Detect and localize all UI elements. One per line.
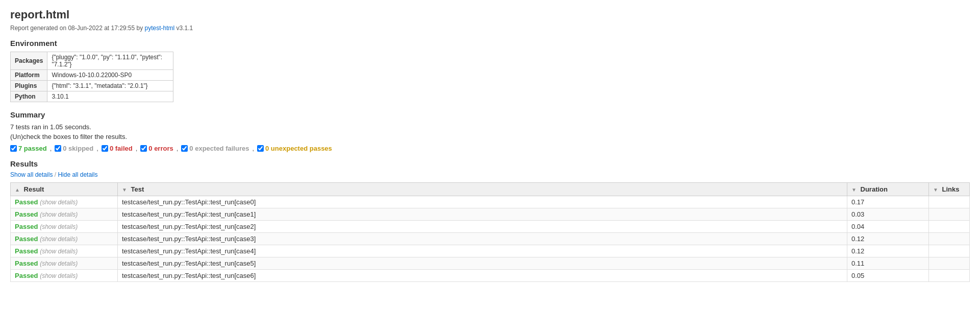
col-header-duration-label: Duration <box>861 185 888 193</box>
results-title: Results <box>10 159 970 168</box>
col-header-links-label: Links <box>942 185 960 193</box>
filter-checkbox-xfailed[interactable] <box>181 145 188 152</box>
col-header-result[interactable]: ▲ Result <box>11 183 118 196</box>
results-section: Results Show all details / Hide all deta… <box>10 159 970 282</box>
col-header-links[interactable]: ▼ Links <box>929 183 970 196</box>
duration-cell: 0.12 <box>847 245 929 257</box>
links-cell <box>929 257 970 270</box>
col-header-test-label: Test <box>131 185 144 193</box>
result-status: Passed <box>15 260 38 267</box>
filter-hint: (Un)check the boxes to filter the result… <box>10 133 970 140</box>
env-value: 3.10.1 <box>47 91 173 102</box>
env-value: {"html": "3.1.1", "metadata": "2.0.1"} <box>47 81 173 91</box>
col-header-test[interactable]: ▼ Test <box>118 183 847 196</box>
filter-comma: , <box>50 145 52 152</box>
meta-version: v3.1.1 <box>174 25 193 32</box>
show-details-link[interactable]: (show details) <box>40 199 78 206</box>
filter-item-errors: 0 errors <box>140 145 173 152</box>
env-key: Python <box>11 91 47 102</box>
test-cell: testcase/test_run.py::TestApi::test_run[… <box>118 245 847 257</box>
filter-checkbox-failed[interactable] <box>102 145 108 152</box>
meta-prefix: Report generated on <box>10 25 68 32</box>
test-cell: testcase/test_run.py::TestApi::test_run[… <box>118 257 847 270</box>
test-cell: testcase/test_run.py::TestApi::test_run[… <box>118 221 847 233</box>
filter-label-passed: 7 passed <box>18 145 47 152</box>
result-cell: Passed (show details) <box>11 208 118 221</box>
environment-title: Environment <box>10 39 970 48</box>
env-value: {"pluggy": "1.0.0", "py": "1.11.0", "pyt… <box>47 52 173 70</box>
filter-checkbox-xpassed[interactable] <box>257 145 264 152</box>
duration-cell: 0.11 <box>847 257 929 270</box>
filter-label-skipped: 0 skipped <box>63 145 93 152</box>
filter-label-xpassed: 0 unexpected passes <box>265 145 332 152</box>
test-cell: testcase/test_run.py::TestApi::test_run[… <box>118 233 847 245</box>
results-tbody: Passed (show details) testcase/test_run.… <box>11 196 970 282</box>
filter-item-xfailed: 0 expected failures <box>181 145 249 152</box>
show-details-link[interactable]: (show details) <box>40 260 78 267</box>
detail-links: Show all details / Hide all details <box>10 171 970 178</box>
show-all-details-link[interactable]: Show all details <box>10 171 53 178</box>
table-row: Passed (show details) testcase/test_run.… <box>11 221 970 233</box>
links-cell <box>929 196 970 208</box>
table-row: Passed (show details) testcase/test_run.… <box>11 233 970 245</box>
show-details-link[interactable]: (show details) <box>40 235 78 243</box>
table-row: Passed (show details) testcase/test_run.… <box>11 270 970 282</box>
sort-result-icon: ▲ <box>15 187 20 193</box>
page-title: report.html <box>10 8 970 21</box>
filter-label-failed: 0 failed <box>110 145 133 152</box>
result-status: Passed <box>15 198 38 206</box>
filter-item-xpassed: 0 unexpected passes <box>257 145 332 152</box>
filter-checkbox-errors[interactable] <box>140 145 147 152</box>
show-details-link[interactable]: (show details) <box>40 211 78 218</box>
table-row: Passed (show details) testcase/test_run.… <box>11 196 970 208</box>
result-cell: Passed (show details) <box>11 245 118 257</box>
col-header-duration[interactable]: ▼ Duration <box>847 183 929 196</box>
col-header-result-label: Result <box>24 185 44 193</box>
filter-label-xfailed: 0 expected failures <box>189 145 249 152</box>
duration-cell: 0.04 <box>847 221 929 233</box>
run-text: 7 tests ran in 1.05 seconds. <box>10 123 970 131</box>
duration-cell: 0.05 <box>847 270 929 282</box>
results-thead: ▲ Result ▼ Test ▼ Duration ▼ Links <box>11 183 970 196</box>
show-details-link[interactable]: (show details) <box>40 248 78 255</box>
filter-label-errors: 0 errors <box>148 145 173 152</box>
env-key: Packages <box>11 52 47 70</box>
sort-links-icon: ▼ <box>933 187 938 193</box>
pytest-html-link[interactable]: pytest-html <box>145 25 175 32</box>
meta-date: 08-Jun-2022 at 17:29:55 by <box>68 25 144 32</box>
env-row: PlatformWindows-10-10.0.22000-SP0 <box>11 70 173 81</box>
result-status: Passed <box>15 235 38 243</box>
env-value: Windows-10-10.0.22000-SP0 <box>47 70 173 81</box>
show-details-link[interactable]: (show details) <box>40 272 78 279</box>
report-meta: Report generated on 08-Jun-2022 at 17:29… <box>10 25 970 32</box>
filter-checkbox-passed[interactable] <box>10 145 17 152</box>
links-cell <box>929 221 970 233</box>
result-status: Passed <box>15 223 38 230</box>
duration-cell: 0.17 <box>847 196 929 208</box>
links-cell <box>929 245 970 257</box>
hide-all-details-link[interactable]: Hide all details <box>58 171 97 178</box>
env-key: Platform <box>11 70 47 81</box>
summary-title: Summary <box>10 110 970 119</box>
env-row: Packages{"pluggy": "1.0.0", "py": "1.11.… <box>11 52 173 70</box>
links-cell <box>929 208 970 221</box>
filter-item-skipped: 0 skipped <box>55 145 93 152</box>
summary-section: Summary 7 tests ran in 1.05 seconds. (Un… <box>10 110 970 152</box>
result-status: Passed <box>15 272 38 279</box>
table-row: Passed (show details) testcase/test_run.… <box>11 208 970 221</box>
links-cell <box>929 233 970 245</box>
table-row: Passed (show details) testcase/test_run.… <box>11 257 970 270</box>
environment-table: Packages{"pluggy": "1.0.0", "py": "1.11.… <box>10 52 173 102</box>
result-cell: Passed (show details) <box>11 257 118 270</box>
env-row: Python3.10.1 <box>11 91 173 102</box>
show-details-link[interactable]: (show details) <box>40 223 78 230</box>
duration-cell: 0.12 <box>847 233 929 245</box>
result-status: Passed <box>15 247 38 255</box>
result-cell: Passed (show details) <box>11 221 118 233</box>
filter-item-passed: 7 passed <box>10 145 47 152</box>
test-cell: testcase/test_run.py::TestApi::test_run[… <box>118 196 847 208</box>
filter-checkbox-skipped[interactable] <box>55 145 61 152</box>
filter-comma: , <box>177 145 179 152</box>
result-status: Passed <box>15 210 38 218</box>
result-cell: Passed (show details) <box>11 270 118 282</box>
